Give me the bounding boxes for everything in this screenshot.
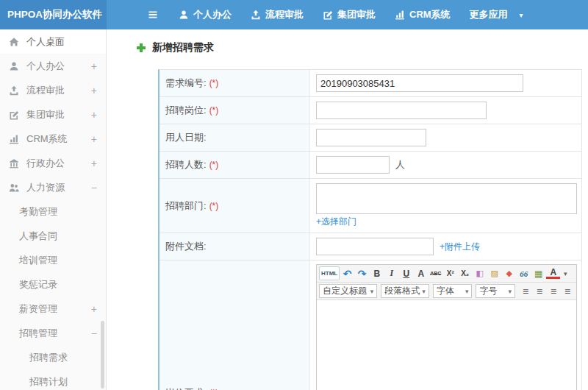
font-family-select[interactable]: 字体 ▾ xyxy=(433,284,473,298)
form-row-attachment: 附件文档: +附件上传 xyxy=(159,233,581,260)
chevron-down-icon: ▾ xyxy=(508,288,512,295)
expand-icon: + xyxy=(91,109,97,121)
underline-button[interactable]: U xyxy=(399,266,413,280)
flow-icon xyxy=(251,10,261,20)
chevron-down-icon: ▾ xyxy=(422,288,426,295)
sidebar: 个人桌面 个人办公 + 流程审批 + 集团审批 + CRM系统 + 行政办公 +… xyxy=(0,29,107,390)
unit-suffix: 人 xyxy=(395,158,405,171)
undo-icon[interactable]: ↶ xyxy=(340,266,354,280)
font-button[interactable]: A xyxy=(414,266,428,280)
nav-group-approval[interactable]: 集团审批 xyxy=(323,8,376,21)
sidebar-item-personal-desktop[interactable]: 个人桌面 xyxy=(0,29,106,54)
redo-icon[interactable]: ↷ xyxy=(355,266,369,280)
sidebar-item-label: 人力资源 xyxy=(26,181,65,194)
blockquote-button[interactable]: 66 xyxy=(517,266,531,280)
align-justify-button[interactable]: ≡ xyxy=(561,284,574,298)
sidebar-item-hr-contract[interactable]: 人事合同 xyxy=(0,224,106,248)
font-select-value: 字体 xyxy=(437,285,454,297)
sidebar-item-personal-office[interactable]: 个人办公 + xyxy=(0,54,106,78)
strikethrough-button[interactable]: ABC xyxy=(429,266,442,280)
expand-icon: + xyxy=(91,303,97,315)
top-nav: 个人办公 流程审批 集团审批 CRM系统 更多应用 ▾ xyxy=(179,8,523,21)
edit-icon xyxy=(323,10,333,20)
building-icon xyxy=(9,158,21,169)
italic-button[interactable]: I xyxy=(384,266,398,280)
nav-workflow-approval[interactable]: 流程审批 xyxy=(251,8,304,21)
expand-icon: + xyxy=(91,157,97,169)
sidebar-item-recruit-plan[interactable]: 招聘计划 xyxy=(0,369,106,390)
chart-icon xyxy=(9,134,21,144)
sidebar-item-label: 招聘计划 xyxy=(29,375,68,389)
expand-icon: + xyxy=(91,133,97,145)
collapse-icon: − xyxy=(91,327,97,339)
sidebar-item-attendance-mgmt[interactable]: 考勤管理 xyxy=(0,199,106,224)
chevron-down-icon: ▾ xyxy=(465,288,469,295)
font-color-button[interactable]: A xyxy=(546,268,560,279)
sidebar-item-recruit-mgmt[interactable]: 招聘管理 − xyxy=(0,321,106,345)
chart-icon xyxy=(395,10,405,20)
attachment-upload-link[interactable]: +附件上传 xyxy=(440,241,480,253)
field-label: 招聘人数: xyxy=(165,158,207,171)
required-marker: (*) xyxy=(209,160,219,170)
nav-crm-system[interactable]: CRM系统 xyxy=(395,8,451,21)
align-left-button[interactable]: ≡ xyxy=(519,284,532,298)
sidebar-item-workflow-approval[interactable]: 流程审批 + xyxy=(0,78,106,102)
eraser-icon[interactable]: ◧ xyxy=(473,266,487,280)
paragraph-select-value: 段落格式 xyxy=(384,285,420,297)
nav-label: 更多应用 xyxy=(470,8,508,21)
recruit-department-textarea[interactable] xyxy=(316,183,577,214)
recruit-position-input[interactable] xyxy=(316,102,487,119)
recruit-count-input[interactable] xyxy=(316,156,390,174)
color-palette-icon[interactable]: ◆ xyxy=(502,266,516,280)
sidebar-item-label: 个人办公 xyxy=(26,60,65,73)
sidebar-scrollbar[interactable] xyxy=(101,321,104,389)
bold-button[interactable]: B xyxy=(370,266,384,280)
sidebar-item-training-mgmt[interactable]: 培训管理 xyxy=(0,248,106,272)
home-icon xyxy=(9,37,21,47)
main-content: 新增招聘需求 需求编号: (*) 招聘岗位: (*) 用人日期: xyxy=(107,29,588,390)
sidebar-item-salary-mgmt[interactable]: 薪资管理 + xyxy=(0,297,106,321)
attachment-input[interactable] xyxy=(316,238,434,255)
paragraph-format-select[interactable]: 段落格式 ▾ xyxy=(381,284,429,298)
select-department-link[interactable]: +选择部门 xyxy=(316,216,356,228)
editor-toolbar-row1: HTML ↶ ↷ B I U A ABC X² X₂ ◧ ▨ ◆ 66 xyxy=(317,265,576,283)
nav-personal-office[interactable]: 个人办公 xyxy=(179,8,232,21)
sidebar-item-human-resources[interactable]: 人力资源 − xyxy=(0,175,106,199)
sidebar-item-group-approval[interactable]: 集团审批 + xyxy=(0,102,106,127)
menu-toggle-icon[interactable] xyxy=(148,10,158,20)
demand-number-input[interactable] xyxy=(316,74,523,92)
form-row-recruit-count: 招聘人数: (*) 人 xyxy=(159,152,581,179)
employ-date-input[interactable] xyxy=(316,129,426,146)
sidebar-item-label: 招聘管理 xyxy=(19,327,57,340)
topbar: PHPOA协同办公软件 个人办公 流程审批 集团审批 CRM系统 更多应用 ▾ xyxy=(0,0,588,29)
people-icon xyxy=(9,182,21,193)
font-size-select[interactable]: 字号 ▾ xyxy=(476,284,515,298)
sidebar-item-label: CRM系统 xyxy=(26,132,68,146)
form-row-demand-number: 需求编号: (*) xyxy=(159,70,581,97)
required-marker: (*) xyxy=(209,78,219,88)
add-plus-icon xyxy=(136,43,146,53)
superscript-button[interactable]: X² xyxy=(443,266,457,280)
format-brush-icon[interactable]: ▨ xyxy=(487,266,501,280)
nav-label: CRM系统 xyxy=(409,8,451,21)
align-right-button[interactable]: ≡ xyxy=(547,284,560,298)
heading-select[interactable]: 自定义标题 ▾ xyxy=(319,284,377,298)
editor-content-area[interactable] xyxy=(317,300,576,390)
field-label: 岗位要求: xyxy=(165,386,207,390)
form-row-position-requirements: 岗位要求: (*) HTML ↶ ↷ B I U A ABC X² X₂ xyxy=(159,260,581,390)
html-source-button[interactable]: HTML xyxy=(319,266,340,280)
sidebar-item-recruit-demand[interactable]: 招聘需求 xyxy=(0,345,106,369)
sidebar-item-label: 行政办公 xyxy=(26,157,65,170)
sidebar-item-crm-system[interactable]: CRM系统 + xyxy=(0,127,106,151)
more-tools-caret-icon[interactable]: ▾ xyxy=(561,266,570,280)
sidebar-item-admin-office[interactable]: 行政办公 + xyxy=(0,151,106,175)
form-row-employ-date: 用人日期: xyxy=(159,124,581,152)
subscript-button[interactable]: X₂ xyxy=(458,266,472,280)
table-icon[interactable]: ▦ xyxy=(531,266,545,280)
align-center-button[interactable]: ≡ xyxy=(533,284,546,298)
form-row-recruit-position: 招聘岗位: (*) xyxy=(159,97,581,124)
sidebar-item-rewards-records[interactable]: 奖惩记录 xyxy=(0,272,106,297)
nav-more-apps[interactable]: 更多应用 ▾ xyxy=(470,8,523,21)
field-label: 附件文档: xyxy=(165,240,207,253)
field-label: 招聘岗位: xyxy=(165,104,207,117)
